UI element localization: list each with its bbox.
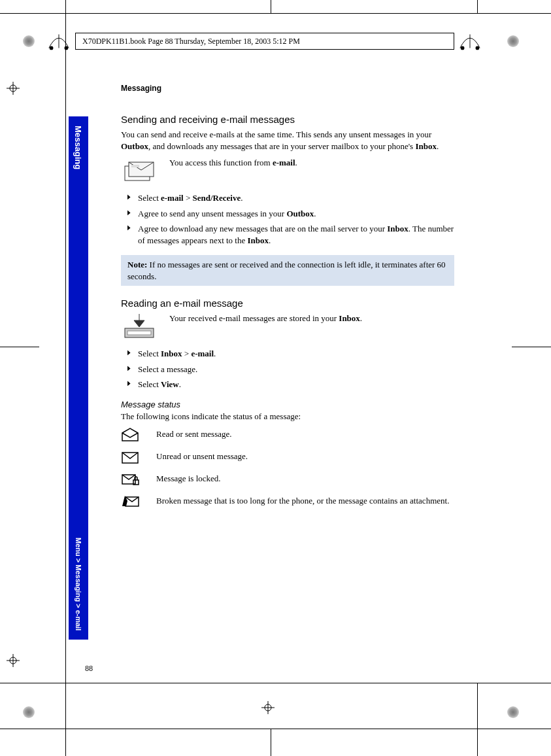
note-label: Note: (127, 260, 147, 269)
crop-line (0, 13, 551, 14)
svg-point-13 (65, 46, 69, 50)
crop-line (0, 347, 39, 347)
svg-point-9 (461, 46, 465, 50)
crop-line (271, 729, 271, 756)
crop-line (477, 683, 478, 756)
crop-cross-icon (7, 82, 20, 95)
svg-point-12 (50, 46, 54, 50)
list-item: Agree to download any new messages that … (121, 223, 454, 246)
crop-line (477, 0, 478, 13)
crop-cross-icon (261, 701, 275, 714)
heading-send-receive: Sending and receiving e-mail messages (121, 114, 454, 125)
closed-envelope-icon (121, 450, 143, 464)
running-header: Messaging (121, 84, 454, 93)
envelope-stack-icon (121, 157, 158, 184)
status-text: Read or sent message. (156, 428, 454, 440)
framemaker-header: X70DPK11B1.book Page 88 Thursday, Septem… (75, 33, 454, 50)
crop-target-icon (507, 706, 519, 718)
crop-line (512, 347, 551, 347)
crop-target-icon (507, 35, 519, 47)
list-item: Select a message. (121, 364, 454, 375)
note-text: If no messages are sent or received and … (127, 260, 446, 281)
page-number: 88 (85, 664, 93, 672)
status-row: Unread or unsent message. (121, 450, 454, 464)
page-content: Messaging Sending and receiving e-mail m… (121, 84, 454, 517)
header-text: X70DPK11B1.book Page 88 Thursday, Septem… (82, 37, 300, 46)
list-item: Select e-mail > Send/Receive. (121, 192, 454, 204)
intro-paragraph: You can send and receive e-mails at the … (121, 129, 454, 152)
locked-envelope-icon (121, 472, 143, 487)
crop-target-icon (23, 706, 35, 718)
open-envelope-icon (121, 428, 143, 442)
status-text: Unread or unsent message. (156, 450, 454, 462)
status-table: Read or sent message. Unread or unsent m… (121, 428, 454, 509)
list-item: Agree to send any unsent messages in you… (121, 208, 454, 220)
crop-line (271, 0, 271, 13)
crop-line (0, 683, 551, 683)
status-text: Broken message that is too long for the … (156, 494, 454, 507)
crop-line (0, 729, 551, 729)
subheading-status: Message status (121, 400, 454, 409)
status-row: Read or sent message. (121, 428, 454, 442)
access-text: You access this function from e-mail. (169, 157, 297, 169)
svg-rect-19 (127, 331, 151, 335)
broken-envelope-icon (121, 494, 143, 509)
book-ornament-icon (458, 31, 482, 54)
side-tab: Messaging Menu > Messaging > e-mail (69, 116, 88, 640)
status-row: Message is locked. (121, 472, 454, 487)
download-tray-icon (121, 313, 158, 340)
svg-point-10 (476, 46, 480, 50)
list-item: Select Inbox > e-mail. (121, 348, 454, 360)
book-ornament-icon (46, 31, 71, 54)
crop-cross-icon (7, 654, 20, 667)
inbox-text: Your received e-mail messages are stored… (169, 313, 362, 324)
side-tab-section: Messaging (73, 126, 83, 169)
note-box: Note: If no messages are sent or receive… (121, 255, 454, 286)
steps-list-1: Select e-mail > Send/Receive. Agree to s… (121, 192, 454, 246)
crop-target-icon (23, 35, 35, 47)
crop-line (65, 0, 66, 756)
inbox-icon-block: Your received e-mail messages are stored… (121, 313, 454, 340)
status-row: Broken message that is too long for the … (121, 494, 454, 509)
email-icon-block: You access this function from e-mail. (121, 157, 454, 184)
status-intro: The following icons indicate the status … (121, 411, 454, 422)
list-item: Select View. (121, 379, 454, 390)
status-text: Message is locked. (156, 472, 454, 485)
svg-rect-17 (131, 165, 139, 167)
heading-reading: Reading an e-mail message (121, 298, 454, 309)
side-tab-breadcrumb: Menu > Messaging > e-mail (75, 538, 82, 630)
steps-list-2: Select Inbox > e-mail. Select a message.… (121, 348, 454, 390)
